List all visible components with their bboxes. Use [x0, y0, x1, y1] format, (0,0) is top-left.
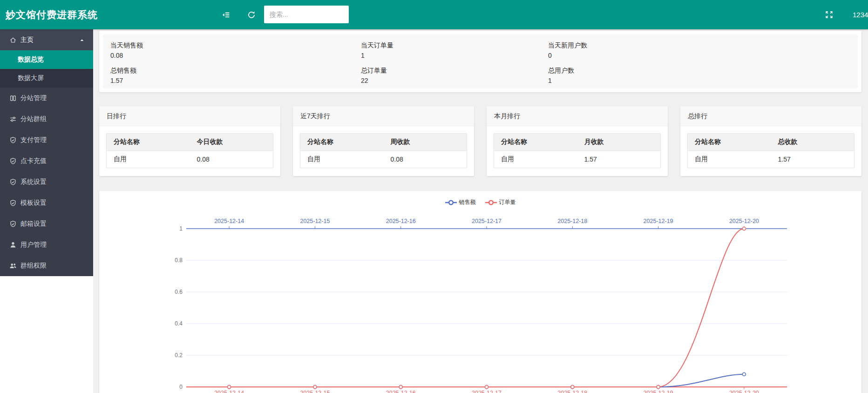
sidebar-item-8[interactable]: 用户管理 [0, 234, 93, 255]
sales-orders-chart: 00.20.40.60.812025-12-142025-12-142025-1… [99, 191, 861, 393]
svg-text:2025-12-15: 2025-12-15 [300, 218, 330, 224]
svg-text:2025-12-17: 2025-12-17 [472, 218, 502, 224]
chevron-up-icon [79, 29, 85, 50]
table-row: 自用0.08 [107, 151, 273, 168]
svg-text:2025-12-20: 2025-12-20 [729, 390, 759, 393]
legend-line-icon [485, 200, 497, 205]
legend-label: 订单量 [499, 198, 516, 206]
sidebar-item-label: 模板设置 [20, 199, 47, 207]
home-icon [9, 36, 17, 44]
sidebar-item-3[interactable]: 支付管理 [0, 129, 93, 150]
rankings-row: 日排行分站名称今日收款自用0.08近7天排行分站名称周收款自用0.08本月排行分… [99, 106, 861, 176]
sidebar-subitem-0-0[interactable]: 数据总览 [0, 50, 93, 69]
stat-5: 总用户数1 [548, 63, 858, 88]
svg-text:2025-12-18: 2025-12-18 [557, 390, 587, 393]
stat-2: 当天新用户数0 [548, 38, 858, 63]
svg-text:2025-12-16: 2025-12-16 [386, 218, 416, 224]
ranking-title: 本月排行 [487, 106, 668, 126]
svg-text:0.8: 0.8 [175, 257, 183, 264]
main-content: 当天销售额0.08当天订单量1当天新用户数0总销售额1.57总订单量22总用户数… [93, 29, 868, 393]
stat-value: 1.57 [110, 75, 361, 86]
shield-check-icon [9, 220, 17, 228]
table-row: 自用1.57 [494, 151, 661, 168]
sidebar: 主页数据总览数据大屏分站管理分站群组支付管理点卡充值系统设置模板设置邮箱设置用户… [0, 29, 93, 393]
app-header: 妙文馆付费进群系统 12345 [0, 0, 868, 29]
table-row: 自用1.57 [688, 151, 854, 168]
sidebar-item-4[interactable]: 点卡充值 [0, 150, 93, 171]
app-title: 妙文馆付费进群系统 [6, 0, 98, 29]
ranking-title: 日排行 [99, 106, 280, 126]
sidebar-item-5[interactable]: 系统设置 [0, 171, 93, 192]
shield-check-icon [9, 199, 17, 207]
sidebar-item-1[interactable]: 分站管理 [0, 88, 93, 108]
svg-text:0.4: 0.4 [175, 320, 183, 327]
stat-label: 总销售额 [110, 65, 361, 75]
svg-text:2025-12-20: 2025-12-20 [729, 218, 759, 224]
sidebar-subitem-0-1[interactable]: 数据大屏 [0, 69, 93, 88]
username[interactable]: 12345 [853, 0, 868, 29]
sidebar-item-9[interactable]: 群组权限 [0, 255, 93, 276]
sidebar-item-label: 用户管理 [20, 241, 47, 249]
stats-block: 当天销售额0.08当天订单量1当天新用户数0总销售额1.57总订单量22总用户数… [103, 34, 858, 88]
shield-check-icon [9, 157, 17, 165]
stat-value: 0.08 [110, 50, 361, 61]
sidebar-item-label: 分站群组 [20, 115, 47, 123]
legend-label: 销售额 [459, 198, 476, 206]
legend-item-销售额[interactable]: 销售额 [445, 198, 476, 206]
legend-line-icon [445, 200, 457, 205]
sidebar-item-label: 系统设置 [20, 178, 47, 186]
ranking-card-0: 日排行分站名称今日收款自用0.08 [99, 106, 280, 176]
refresh-icon[interactable] [243, 0, 260, 29]
sidebar-item-6[interactable]: 模板设置 [0, 192, 93, 213]
sidebar-item-0[interactable]: 主页 [0, 29, 93, 50]
svg-text:0.6: 0.6 [175, 289, 183, 295]
stat-label: 总订单量 [361, 65, 548, 75]
menu-toggle-icon[interactable] [217, 0, 234, 29]
chart-card: 销售额订单量 00.20.40.60.812025-12-142025-12-1… [99, 191, 861, 393]
svg-text:2025-12-18: 2025-12-18 [557, 218, 587, 224]
sidebar-item-2[interactable]: 分站群组 [0, 108, 93, 129]
sliders-icon [9, 115, 17, 123]
sidebar-item-label: 群组权限 [20, 262, 47, 270]
stat-label: 当天订单量 [361, 40, 548, 50]
chart-legend: 销售额订单量 [99, 198, 861, 206]
sidebar-item-label: 主页 [20, 36, 34, 44]
stats-card: 当天销售额0.08当天订单量1当天新用户数0总销售额1.57总订单量22总用户数… [99, 31, 861, 92]
sidebar-item-label: 点卡充值 [20, 157, 47, 165]
stat-value: 0 [548, 50, 858, 61]
ranking-table: 分站名称周收款自用0.08 [300, 133, 467, 168]
svg-text:0.2: 0.2 [175, 352, 183, 359]
sidebar-item-7[interactable]: 邮箱设置 [0, 213, 93, 234]
ranking-card-2: 本月排行分站名称月收款自用1.57 [487, 106, 668, 176]
sidebar-menu: 主页数据总览数据大屏分站管理分站群组支付管理点卡充值系统设置模板设置邮箱设置用户… [0, 29, 93, 276]
ranking-title: 总排行 [680, 106, 861, 126]
ranking-table: 分站名称今日收款自用0.08 [106, 133, 273, 168]
stat-0: 当天销售额0.08 [110, 38, 361, 63]
svg-text:2025-12-14: 2025-12-14 [214, 218, 244, 224]
ranking-card-1: 近7天排行分站名称周收款自用0.08 [293, 106, 474, 176]
ranking-title: 近7天排行 [293, 106, 474, 126]
columns-icon [9, 95, 17, 102]
search-input[interactable] [264, 6, 349, 23]
users-icon [9, 262, 17, 270]
svg-text:0: 0 [179, 384, 183, 390]
svg-text:2025-12-14: 2025-12-14 [214, 390, 244, 393]
stat-label: 当天销售额 [110, 40, 361, 50]
svg-text:2025-12-19: 2025-12-19 [644, 390, 673, 393]
stat-1: 当天订单量1 [361, 38, 548, 63]
ranking-table: 分站名称总收款自用1.57 [687, 133, 854, 168]
shield-check-icon [9, 178, 17, 186]
user-icon [9, 241, 17, 249]
stat-3: 总销售额1.57 [110, 63, 361, 88]
svg-text:2025-12-15: 2025-12-15 [300, 390, 330, 393]
sidebar-item-label: 分站管理 [20, 94, 47, 102]
fullscreen-icon[interactable] [821, 0, 837, 29]
stat-label: 总用户数 [548, 65, 858, 75]
ranking-table: 分站名称月收款自用1.57 [494, 133, 661, 168]
svg-text:2025-12-19: 2025-12-19 [644, 218, 673, 224]
sidebar-item-label: 支付管理 [20, 136, 47, 144]
legend-item-订单量[interactable]: 订单量 [485, 198, 516, 206]
stat-value: 1 [361, 50, 548, 61]
sidebar-subitem-label: 数据大屏 [18, 74, 44, 82]
ranking-card-3: 总排行分站名称总收款自用1.57 [680, 106, 861, 176]
